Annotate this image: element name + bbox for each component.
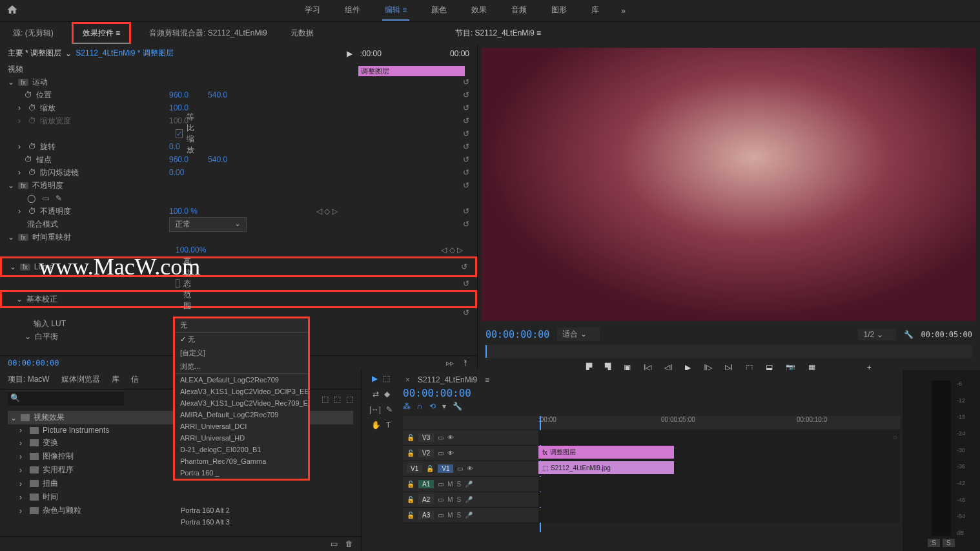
wrench-icon[interactable]: 🔧 (904, 330, 914, 339)
tab-assembly[interactable]: 组件 (342, 1, 363, 21)
lut-none[interactable]: 无 (175, 333, 308, 346)
solo-button[interactable]: S (457, 481, 462, 488)
chevron-right-icon[interactable]: › (18, 168, 25, 177)
lut-overflow[interactable]: Portra 160 Alt 3 (181, 518, 230, 526)
metadata-tab[interactable]: 元数据 (285, 24, 319, 43)
scale-val[interactable]: 100.0 (169, 103, 189, 112)
preset-icon-2[interactable]: ⬚ (334, 395, 341, 404)
chevron-down-icon[interactable]: ⌄ (65, 49, 72, 58)
program-tab[interactable]: 节目: S2112_4LtEnMi9 ≡ (450, 24, 546, 43)
lut-item[interactable]: Portra 160 _ (175, 467, 308, 479)
chevron-down-icon[interactable]: ⌄ (8, 78, 14, 87)
chevron-right-icon[interactable]: › (19, 466, 26, 475)
rate-tool-icon[interactable]: ◆ (384, 390, 390, 399)
program-monitor[interactable] (482, 48, 976, 321)
preset-icon-1[interactable]: ⬚ (322, 395, 329, 404)
reset-icon[interactable]: ↺ (463, 90, 469, 99)
lut-item[interactable]: Phantom_Rec709_Gamma (175, 455, 308, 467)
mute-button[interactable]: M (447, 481, 453, 488)
uniform-scale-checkbox[interactable] (176, 129, 183, 138)
hdr-checkbox[interactable] (176, 279, 179, 288)
solo-r[interactable]: S (943, 539, 955, 547)
ripple-tool-icon[interactable]: ⇄ (373, 390, 379, 399)
reset-icon[interactable]: ↺ (463, 142, 469, 151)
project-tab[interactable]: 项目: MacW (8, 374, 50, 385)
track-menu-icon[interactable]: ○ (893, 433, 897, 442)
resolution-select[interactable]: 1/2 ⌄ (858, 329, 895, 340)
snap-icon[interactable]: ⁂ (403, 402, 411, 411)
folder-item[interactable]: 图像控制 (43, 451, 74, 462)
lut-browse[interactable]: 浏览... (175, 360, 308, 374)
fx-badge[interactable]: fx (18, 234, 28, 241)
chevron-right-icon[interactable]: › (19, 506, 26, 515)
chevron-right-icon[interactable]: › (19, 452, 26, 461)
media-browser-tab[interactable]: 媒体浏览器 (61, 374, 100, 385)
toggle-icon[interactable]: ▭ (438, 512, 444, 519)
solo-button[interactable]: S (457, 496, 462, 503)
track-a1[interactable]: A1 (418, 480, 434, 488)
reset-icon[interactable]: ↺ (463, 78, 469, 87)
more-icon[interactable]: » (621, 6, 626, 16)
folder-item[interactable]: 变换 (43, 437, 58, 448)
selection-tool-icon[interactable]: ▶ (372, 374, 378, 383)
toggle-icon[interactable]: ▭ (438, 434, 444, 441)
reset-icon[interactable]: ↺ (463, 155, 469, 164)
program-ruler[interactable] (485, 345, 972, 358)
pen-tool-icon[interactable]: ✎ (386, 405, 393, 414)
time-remap-effect[interactable]: 时间重映射 (32, 232, 71, 243)
new-bin-icon[interactable]: ▭ (331, 539, 338, 548)
lock-icon[interactable]: 🔓 (407, 512, 414, 519)
lut-overflow[interactable]: Portra 160 Alt 2 (181, 506, 230, 514)
track-select-icon[interactable]: ⬚ (383, 374, 390, 383)
toggle-icon[interactable]: ▭ (457, 465, 463, 472)
stopwatch-icon[interactable]: ⏱ (28, 207, 36, 216)
reset-icon[interactable]: ↺ (461, 262, 467, 271)
lut-item[interactable]: ALEXA_Default_LogC2Rec709 (175, 374, 308, 386)
lut-custom[interactable]: [自定义] (175, 346, 308, 360)
hand-tool-icon[interactable]: ✋ (371, 421, 381, 430)
lut-item[interactable]: ARRI_Universal_HD (175, 432, 308, 444)
track-v3[interactable]: V3 (418, 433, 434, 442)
mic-icon[interactable]: 🎤 (465, 512, 473, 519)
zoom-fit-select[interactable]: 适合 ⌄ (557, 327, 599, 341)
clip-image[interactable]: ⬚S2112_4LtEnMi9.jpg (538, 461, 674, 474)
tab-color[interactable]: 颜色 (429, 1, 449, 21)
lock-icon[interactable]: 🔓 (407, 481, 414, 488)
eye-icon[interactable]: 👁 (447, 450, 454, 457)
folder-item[interactable]: Picture Instruments (43, 426, 109, 435)
anchor-x[interactable]: 960.0 (169, 155, 189, 164)
stopwatch-icon[interactable]: ⏱ (28, 142, 36, 151)
track-a2[interactable]: A2 (418, 495, 434, 504)
anchor-y[interactable]: 540.0 (208, 155, 227, 164)
link-icon[interactable]: ⟲ (429, 402, 436, 411)
stopwatch-icon[interactable]: ⏱ (28, 103, 36, 112)
toggle-icon[interactable]: ▭ (438, 496, 444, 503)
ellipse-mask-icon[interactable]: ◯ (27, 194, 36, 203)
chevron-right-icon[interactable]: › (18, 103, 25, 112)
basic-correction[interactable]: 基本校正 (26, 294, 57, 305)
chevron-down-icon[interactable]: ⌄ (25, 332, 31, 341)
chevron-right-icon[interactable]: › (19, 493, 26, 502)
chevron-right-icon[interactable]: › (19, 426, 26, 435)
lock-icon[interactable]: 🔓 (407, 496, 414, 503)
reset-icon[interactable]: ↺ (463, 279, 469, 288)
pen-mask-icon[interactable]: ✎ (56, 194, 62, 203)
tab-audio[interactable]: 音频 (509, 1, 529, 21)
timeline-timecode[interactable]: 00:00:00:00 (403, 387, 900, 399)
solo-l[interactable]: S (928, 539, 940, 547)
track-v1-src[interactable]: V1 (407, 464, 422, 473)
stopwatch-icon[interactable]: ⏱ (28, 168, 36, 177)
sequence-name[interactable]: S2112_4LtEnMi9 (418, 375, 477, 384)
panel-timecode[interactable]: 00:00:00:00 (8, 359, 59, 368)
mic-icon[interactable]: 🎤 (465, 496, 473, 503)
folder-item[interactable]: 扭曲 (43, 478, 58, 489)
reset-icon[interactable]: ↺ (463, 129, 469, 138)
position-y[interactable]: 540.0 (208, 90, 227, 99)
type-tool-icon[interactable]: T (386, 421, 391, 430)
opacity-val[interactable]: 100.0 % (169, 207, 198, 216)
settings-icon[interactable]: 🔧 (453, 402, 462, 411)
rect-mask-icon[interactable]: ▭ (42, 194, 49, 203)
mute-button[interactable]: M (447, 512, 453, 519)
fx-badge[interactable]: fx (18, 182, 28, 189)
reset-icon[interactable]: ↺ (463, 168, 469, 177)
